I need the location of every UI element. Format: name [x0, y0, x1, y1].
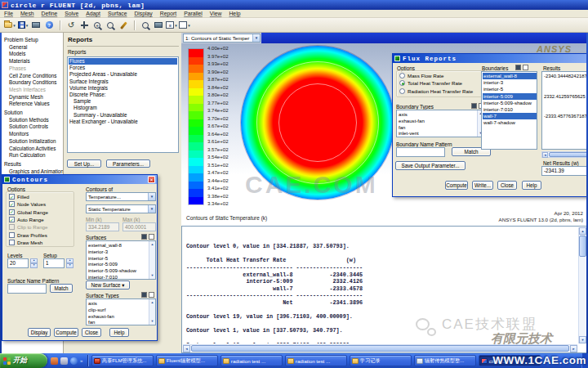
quick-launch-icon[interactable] — [51, 357, 58, 365]
boundary-item[interactable]: interior-5 — [483, 86, 537, 92]
report-list-item[interactable]: Fluxes — [69, 58, 177, 65]
help-button[interactable]: Help — [109, 328, 129, 337]
tree-item[interactable]: Calculation Activities — [2, 146, 63, 153]
tree-item[interactable]: Solution Methods — [2, 117, 63, 124]
menu-item[interactable]: Adapt — [86, 11, 100, 16]
scroll-down-icon[interactable]: ▼ — [579, 336, 586, 343]
snapshot-button[interactable] — [30, 20, 42, 31]
menu-item[interactable]: View — [210, 11, 222, 16]
select-all-icon[interactable] — [141, 234, 147, 240]
taskbar-item[interactable]: radiation test ... — [285, 355, 347, 366]
radio-option[interactable]: Total Heat Transfer Rate — [399, 79, 473, 87]
checkbox-option[interactable]: Draw Profiles — [9, 231, 48, 238]
surface-list-item[interactable]: interior-3 — [87, 249, 155, 255]
tree-item[interactable]: Mesh Interfaces — [2, 87, 63, 94]
report-list-item[interactable]: Heat Exchanger - Unavailable — [69, 119, 177, 125]
parameters-button[interactable]: Parameters... — [106, 159, 150, 168]
taskbar-item[interactable]: radiation test ... — [220, 355, 283, 366]
tree-item[interactable]: General — [2, 44, 63, 52]
radio-option[interactable]: Radiation Heat Transfer Rate — [399, 88, 473, 95]
boundary-item[interactable]: interior-3 — [483, 79, 537, 86]
surface-type-item[interactable]: fan — [87, 319, 155, 325]
help-button[interactable]: ? — [43, 20, 55, 31]
tree-item[interactable]: Cell Zone Conditions — [2, 73, 63, 80]
results-horizontal-scrollbar[interactable]: ◄ — [541, 151, 588, 158]
boundary-type-item[interactable]: inlet-vent — [398, 130, 483, 137]
scroll-up-icon[interactable]: ▲ — [579, 227, 586, 235]
max-field[interactable]: 400.0001 — [122, 222, 156, 231]
boundary-type-item[interactable]: exhaust-fan — [398, 118, 483, 124]
write-button[interactable]: Write... — [472, 181, 493, 190]
surface-list-item[interactable]: interior-5:009 — [87, 261, 155, 267]
select-all-icon[interactable] — [515, 65, 521, 70]
pan-button[interactable] — [78, 20, 90, 31]
new-surface-button[interactable]: New Surface ▾ — [86, 280, 130, 289]
report-list-item[interactable]: Discrete Phase: — [69, 92, 177, 98]
surface-list-item[interactable]: external_wall-8 — [87, 242, 155, 249]
tree-item[interactable]: Solution Controls — [2, 123, 63, 131]
probe-button[interactable] — [118, 20, 129, 31]
close-button[interactable]: Close — [497, 181, 517, 190]
taskbar-item[interactable]: Fluent辐射模型... — [156, 355, 218, 366]
menu-item[interactable]: Help — [229, 11, 240, 16]
text-tool-button[interactable]: ≡▾ — [166, 20, 177, 31]
tree-item[interactable]: Boundary Conditions — [2, 79, 63, 87]
scroll-left-icon[interactable]: ◄ — [183, 345, 190, 352]
layout-button[interactable]: ▾ — [179, 20, 190, 31]
checkbox-option[interactable]: Node Values — [9, 200, 48, 208]
report-list-item[interactable]: Forces — [69, 65, 177, 71]
window-titlebar[interactable]: circle r FLUENT [2d, pbns, lam] — [0, 0, 588, 10]
report-list-item[interactable]: Summary - Unavailable — [69, 112, 177, 119]
save-output-parameter-button[interactable]: Save Output Parameter... — [395, 161, 466, 170]
setup-value[interactable]: 1 — [43, 258, 65, 268]
boundary-item[interactable]: wall-7-shadow — [483, 119, 537, 126]
tree-item[interactable]: Dynamic Mesh — [2, 94, 63, 101]
compute-button[interactable]: Compute — [445, 181, 468, 190]
menu-item[interactable]: Mesh — [20, 11, 34, 16]
checkbox-option[interactable]: Auto Range — [9, 216, 48, 223]
levels-stepper[interactable]: 20 ▲▼ — [7, 258, 38, 268]
deselect-all-icon[interactable] — [149, 292, 154, 298]
close-button[interactable]: Close — [82, 328, 101, 337]
rotate-view-button[interactable]: ↺ — [65, 20, 77, 31]
checkbox-option[interactable]: Clip to Range — [9, 223, 48, 231]
close-icon[interactable]: ✕ — [148, 176, 155, 183]
scrollbar-thumb[interactable] — [579, 236, 586, 257]
menu-item[interactable]: Display — [134, 11, 152, 16]
match-button[interactable]: Match — [50, 284, 73, 293]
menu-item[interactable]: Define — [42, 11, 58, 16]
select-all-icon[interactable] — [141, 292, 147, 298]
tools-button[interactable] — [153, 20, 164, 31]
menu-item[interactable]: Solve — [65, 11, 78, 16]
view-selector-combo[interactable]: 1: Contours of Static Temper ▼ — [183, 34, 261, 43]
open-button[interactable]: ▾ — [4, 20, 16, 31]
taskbar-item[interactable]: 学习记录 — [350, 355, 412, 366]
tree-item[interactable]: Solution Initialization — [2, 138, 63, 146]
radio-option[interactable]: Mass Flow Rate — [399, 72, 473, 79]
save-button[interactable]: ▾ — [17, 20, 29, 31]
boundary-name-pattern-input[interactable] — [396, 147, 445, 157]
taskbar-item[interactable]: 高泰FLM管理系统... — [91, 355, 154, 366]
levels-value[interactable]: 20 — [7, 258, 29, 268]
menu-item[interactable]: Surface — [108, 11, 127, 16]
boundary-item[interactable]: wall-7 — [483, 113, 537, 119]
list-scrollbar[interactable]: ▲▼ — [149, 299, 155, 325]
deselect-all-icon[interactable] — [149, 234, 154, 240]
min-field[interactable]: 334.2189 — [86, 222, 119, 231]
surface-type-item[interactable]: exhaust-fan — [87, 313, 155, 320]
tree-item[interactable]: Solution — [2, 110, 63, 117]
surface-list-item[interactable]: interior-5:009-shadow — [87, 267, 155, 274]
report-list-item[interactable]: Projected Areas - Unavailable — [69, 71, 177, 78]
tree-item[interactable]: Phases — [2, 65, 63, 73]
console-window[interactable]: Contour level 0, value in [334.21887, 33… — [181, 226, 588, 353]
checkbox-option[interactable]: Global Range — [9, 209, 48, 216]
zoom-button[interactable] — [105, 20, 116, 31]
report-list-item[interactable]: Sample — [69, 98, 177, 105]
menu-item[interactable]: File — [4, 11, 13, 16]
report-list-item[interactable]: Histogram — [69, 105, 177, 111]
field-combo[interactable]: Temperature...▼ — [86, 192, 156, 201]
help-button[interactable]: Help — [522, 181, 541, 190]
tree-item[interactable]: Reference Values — [2, 101, 63, 108]
taskbar-item[interactable]: 辐射传热模型整... — [414, 355, 476, 366]
tree-item[interactable]: Monitors — [2, 131, 63, 138]
